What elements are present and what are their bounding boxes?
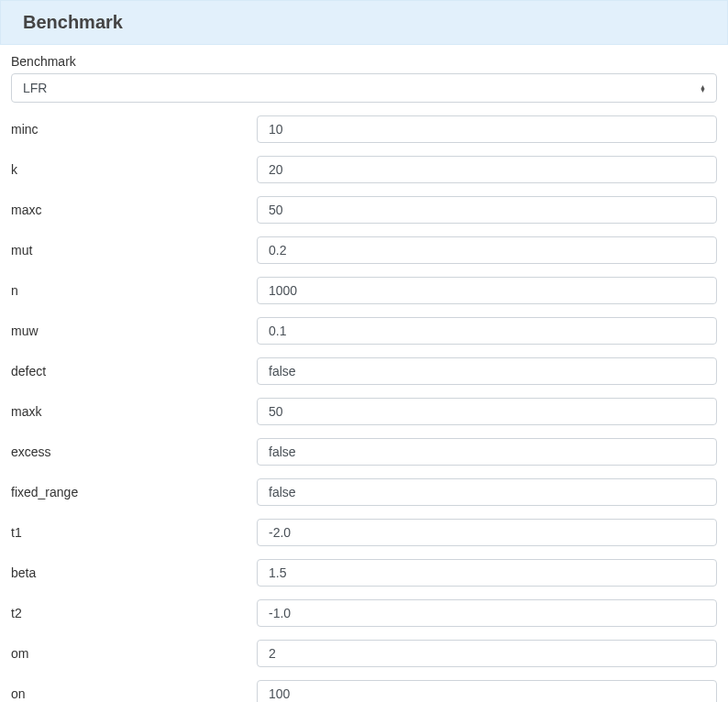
t2-input[interactable] [257, 599, 717, 627]
defect-input[interactable] [257, 357, 717, 385]
field-row-maxk: maxk [11, 398, 717, 425]
field-row-n: n [11, 277, 717, 304]
field-label: k [11, 162, 257, 177]
field-row-on: on [11, 680, 717, 702]
field-row-defect: defect [11, 357, 717, 385]
om-input[interactable] [257, 640, 717, 667]
field-label: muw [11, 324, 257, 338]
benchmark-select-wrapper: LFR [11, 73, 717, 103]
field-label: maxk [11, 404, 257, 419]
field-row-maxc: maxc [11, 196, 717, 224]
field-label: om [11, 646, 257, 661]
muw-input[interactable] [257, 317, 717, 345]
k-input[interactable] [257, 156, 717, 183]
field-row-beta: beta [11, 559, 717, 587]
mut-input[interactable] [257, 236, 717, 264]
field-row-minc: minc [11, 115, 717, 143]
field-row-fixed-range: fixed_range [11, 478, 717, 506]
field-row-excess: excess [11, 438, 717, 466]
maxc-input[interactable] [257, 196, 717, 224]
benchmark-select[interactable]: LFR [11, 73, 717, 103]
field-label: mut [11, 243, 257, 258]
field-row-k: k [11, 156, 717, 183]
field-label: t1 [11, 525, 257, 540]
field-label: excess [11, 444, 257, 459]
benchmark-select-label: Benchmark [11, 54, 717, 69]
field-label: on [11, 686, 257, 701]
field-label: defect [11, 364, 257, 378]
t1-input[interactable] [257, 519, 717, 546]
form-content: Benchmark LFR minc k maxc mut n muw defe… [0, 45, 728, 702]
fixed-range-input[interactable] [257, 478, 717, 506]
field-label: maxc [11, 203, 257, 217]
excess-input[interactable] [257, 438, 717, 466]
field-label: t2 [11, 606, 257, 620]
field-row-mut: mut [11, 236, 717, 264]
minc-input[interactable] [257, 115, 717, 143]
field-label: minc [11, 122, 257, 137]
field-label: beta [11, 565, 257, 580]
field-label: fixed_range [11, 485, 257, 499]
field-label: n [11, 283, 257, 298]
beta-input[interactable] [257, 559, 717, 587]
field-row-t2: t2 [11, 599, 717, 627]
on-input[interactable] [257, 680, 717, 702]
benchmark-select-group: Benchmark LFR [11, 54, 717, 103]
field-row-muw: muw [11, 317, 717, 345]
maxk-input[interactable] [257, 398, 717, 425]
header-bar: Benchmark [0, 0, 728, 45]
header-title: Benchmark [23, 12, 705, 33]
field-row-om: om [11, 640, 717, 667]
n-input[interactable] [257, 277, 717, 304]
field-row-t1: t1 [11, 519, 717, 546]
